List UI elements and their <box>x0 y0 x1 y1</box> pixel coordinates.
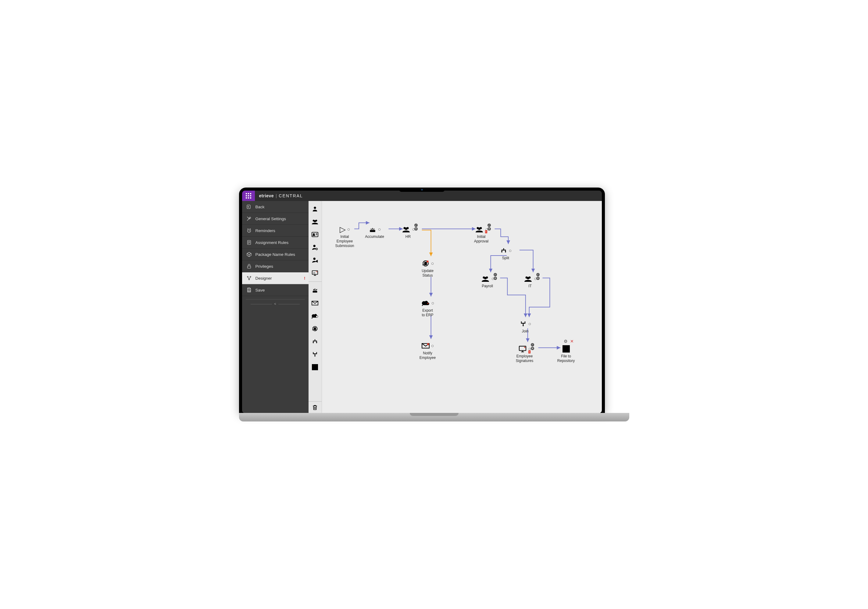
group-users-icon <box>481 275 490 282</box>
node-status-badges: ✓✕ <box>536 273 539 280</box>
node-label: Notify Employee <box>414 351 442 360</box>
clock-icon <box>246 228 252 233</box>
node-split[interactable]: Split <box>492 246 519 260</box>
sidebar-item-privileges[interactable]: Privileges <box>242 260 308 272</box>
svg-point-10 <box>248 279 250 280</box>
tool-id-card[interactable] <box>310 229 321 240</box>
svg-rect-48 <box>519 346 526 350</box>
tool-user[interactable] <box>310 203 321 214</box>
node-label: IT <box>516 284 544 288</box>
monitor-sign-icon <box>518 346 527 352</box>
chevron-left-icon: < <box>274 302 276 305</box>
svg-rect-7 <box>247 266 251 268</box>
group-users-icon <box>524 275 533 282</box>
output-port[interactable] <box>529 323 531 325</box>
svg-rect-24 <box>312 271 318 274</box>
sidebar-item-reminders[interactable]: Reminders <box>242 225 308 237</box>
node-label: Payroll <box>474 284 501 288</box>
svg-rect-12 <box>248 290 250 292</box>
alert-icon: ! <box>304 276 305 280</box>
sidebar-item-label: Back <box>256 205 265 209</box>
accumulate-icon <box>369 226 377 233</box>
tool-accumulate[interactable] <box>310 285 321 296</box>
tool-split[interactable] <box>310 336 321 347</box>
node-payroll[interactable]: ✓✕ Payroll <box>474 274 501 288</box>
output-port[interactable] <box>378 228 380 231</box>
tool-group-users[interactable] <box>310 216 321 227</box>
node-label: HR <box>395 234 422 239</box>
node-join[interactable]: Join <box>512 319 539 334</box>
envelope-icon <box>422 343 429 349</box>
node-export-erp[interactable]: Export to ERP <box>414 299 442 318</box>
node-label: Join <box>512 329 539 334</box>
sidebar-item-package-name-rules[interactable]: Package Name Rules <box>242 248 308 260</box>
node-it[interactable]: ✓✕ IT <box>516 274 544 288</box>
node-update-status[interactable]: Update Status <box>414 259 442 278</box>
back-icon <box>246 204 252 209</box>
svg-point-29 <box>316 316 318 318</box>
node-delete-button[interactable]: ✕ <box>570 339 574 344</box>
node-status-badges: ✓✕ <box>494 273 497 280</box>
node-file-to-repository[interactable]: ⚙ ✕ File to Repository <box>552 344 580 363</box>
node-label: File to Repository <box>552 354 580 363</box>
topbar: etrieve|CENTRAL <box>242 191 602 201</box>
tool-end-square[interactable] <box>310 362 321 373</box>
node-label: Initial Approval <box>468 234 495 244</box>
alert-icon: ! <box>485 230 487 233</box>
svg-point-13 <box>314 207 316 209</box>
output-port[interactable] <box>347 228 350 231</box>
save-icon <box>246 287 252 293</box>
tool-monitor-sign[interactable] <box>310 267 321 279</box>
tool-user-announce[interactable] <box>310 255 321 266</box>
refresh-doc-icon <box>422 260 429 267</box>
designer-canvas[interactable]: ▷ Initial Employee Submission Accumulate… <box>322 201 602 413</box>
node-status-badges: ✓✕ <box>531 343 534 350</box>
sidebar-item-label: General Settings <box>256 217 286 221</box>
tool-envelope[interactable] <box>310 298 321 308</box>
laptop-notch <box>399 188 445 192</box>
node-label: Export to ERP <box>414 308 442 318</box>
svg-point-8 <box>247 276 248 277</box>
grid-icon <box>246 193 251 198</box>
split-icon <box>500 247 507 254</box>
svg-point-23 <box>313 258 316 260</box>
output-port[interactable] <box>431 263 434 265</box>
tool-user-gear[interactable] <box>310 242 321 253</box>
svg-point-16 <box>314 220 316 222</box>
svg-point-45 <box>427 303 429 304</box>
trash-zone[interactable] <box>308 401 322 413</box>
app-menu-button[interactable] <box>242 191 255 201</box>
brand: etrieve|CENTRAL <box>259 193 303 198</box>
node-hr[interactable]: ✓✕ HR <box>395 225 422 239</box>
output-port[interactable] <box>509 250 511 252</box>
svg-point-18 <box>313 234 315 235</box>
node-accumulate[interactable]: Accumulate <box>361 225 388 239</box>
tool-refresh-doc[interactable] <box>310 323 321 334</box>
sidebar-item-save[interactable]: Save <box>242 284 308 296</box>
svg-point-1 <box>249 217 251 218</box>
tool-join[interactable] <box>310 349 321 360</box>
sidebar-item-designer[interactable]: Designer ! <box>242 272 308 284</box>
svg-point-41 <box>484 277 487 279</box>
output-port[interactable] <box>431 345 434 347</box>
start-icon: ▷ <box>339 225 346 234</box>
sidebar-collapse-toggle[interactable]: < <box>246 299 305 305</box>
node-status-badges: ✓✕ <box>414 223 418 231</box>
sidebar-item-general-settings[interactable]: General Settings <box>242 213 308 225</box>
node-notify-employee[interactable]: Notify Employee <box>414 341 442 360</box>
node-settings-button[interactable]: ⚙ <box>564 339 568 344</box>
svg-rect-37 <box>425 262 427 265</box>
node-status-badges: ✓✕ <box>488 223 491 231</box>
laptop-base <box>239 413 629 421</box>
output-port[interactable] <box>432 302 434 304</box>
node-start[interactable]: ▷ Initial Employee Submission <box>331 225 358 248</box>
svg-rect-47 <box>427 343 429 345</box>
node-employee-signatures[interactable]: ! ✓✕ Employee Signatures <box>511 344 538 363</box>
sidebar-item-assignment-rules[interactable]: Assignment Rules <box>242 237 308 248</box>
node-initial-approval[interactable]: ! ✓✕ Initial Approval <box>468 225 495 244</box>
tool-cloud-export[interactable] <box>310 310 321 321</box>
designer-icon <box>246 275 252 281</box>
sidebar-item-back[interactable]: Back <box>242 201 308 213</box>
sidebar-item-label: Designer <box>256 276 272 280</box>
trash-icon <box>312 404 318 411</box>
